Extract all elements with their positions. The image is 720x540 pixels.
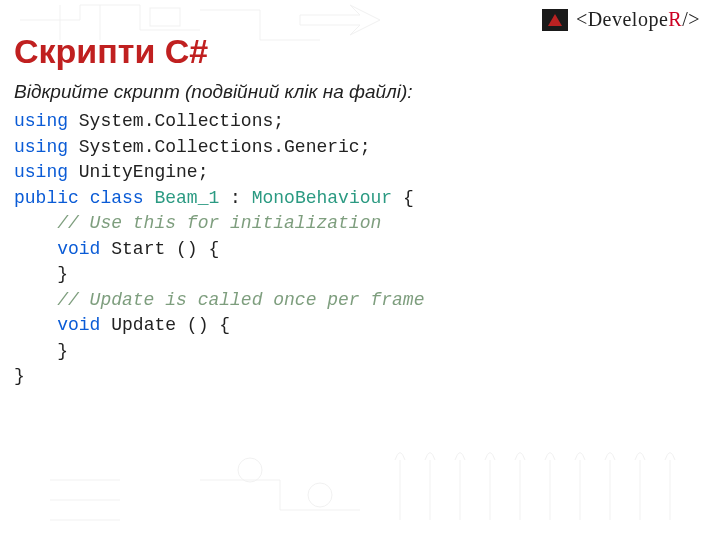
brand-header: <DevelopeR/> [542, 8, 700, 31]
code-line: } [14, 364, 706, 390]
brand-text: <DevelopeR/> [576, 8, 700, 31]
slide-title: Скрипти C# [14, 32, 706, 71]
code-line: } [14, 339, 706, 365]
instruction-text: Відкрийте скрипт (подвійний клік на файл… [14, 81, 706, 103]
logo-icon [542, 9, 568, 31]
code-line: public class Beam_1 : MonoBehaviour { [14, 186, 706, 212]
code-line: using UnityEngine; [14, 160, 706, 186]
code-line: // Update is called once per frame [14, 288, 706, 314]
svg-point-1 [238, 458, 262, 482]
code-line: using System.Collections; [14, 109, 706, 135]
code-line: // Use this for initialization [14, 211, 706, 237]
code-line: using System.Collections.Generic; [14, 135, 706, 161]
slide-content: Скрипти C# Відкрийте скрипт (подвійний к… [0, 0, 720, 390]
code-line: void Start () { [14, 237, 706, 263]
code-line: void Update () { [14, 313, 706, 339]
code-line: } [14, 262, 706, 288]
code-block: using System.Collections;using System.Co… [14, 109, 706, 390]
svg-point-2 [308, 483, 332, 507]
